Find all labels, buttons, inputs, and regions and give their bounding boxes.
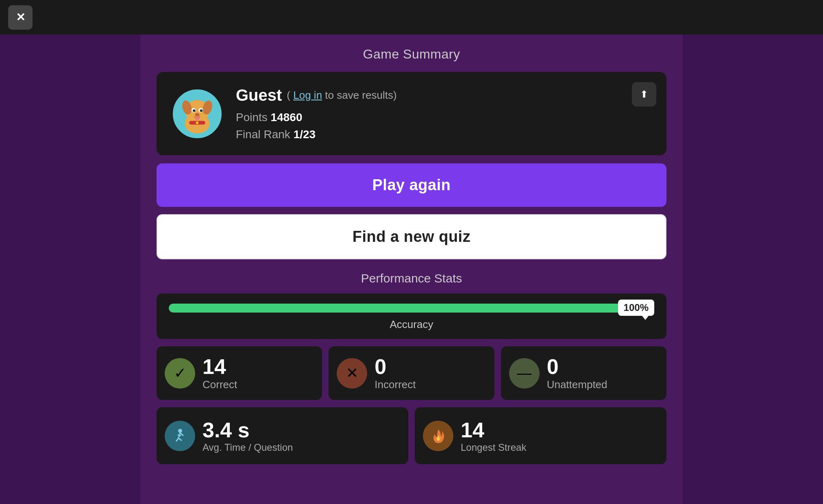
close-button[interactable]: ✕	[8, 5, 33, 30]
svg-point-13	[178, 429, 182, 433]
correct-label: Correct	[202, 378, 237, 391]
accuracy-bar-background	[169, 304, 654, 313]
svg-line-16	[179, 438, 182, 441]
share-icon: ⬆	[640, 89, 648, 100]
profile-name: Guest	[236, 86, 282, 104]
incorrect-number: 0	[374, 355, 416, 378]
time-icon	[165, 421, 195, 451]
avatar-image	[175, 91, 220, 136]
stats-row: ✓ 14 Correct ✕ 0 Incorrect — 0 Unattempt…	[157, 346, 666, 400]
profile-info: Guest ( Log in to save results) Points 1…	[236, 86, 650, 141]
side-panel-left	[0, 35, 140, 504]
avg-time-label: Avg. Time / Question	[202, 442, 293, 453]
correct-icon: ✓	[165, 358, 195, 389]
incorrect-label: Incorrect	[374, 378, 416, 391]
streak-card: 14 Longest Streak	[415, 407, 666, 464]
accuracy-bar-fill	[169, 304, 654, 313]
correct-stat-card: ✓ 14 Correct	[157, 346, 322, 400]
incorrect-stat-info: 0 Incorrect	[374, 355, 416, 391]
unattempted-icon: —	[509, 358, 540, 389]
streak-info: 14 Longest Streak	[461, 419, 526, 453]
profile-name-row: Guest ( Log in to save results)	[236, 86, 650, 104]
unattempted-stat-card: — 0 Unattempted	[501, 346, 666, 400]
top-bar: ✕	[0, 0, 823, 35]
avg-time-info: 3.4 s Avg. Time / Question	[202, 419, 293, 453]
main-content: Game Summary	[140, 35, 683, 504]
rank-value: 1/23	[294, 128, 316, 141]
bottom-stats-row: 3.4 s Avg. Time / Question 14 Longest St…	[157, 407, 666, 464]
svg-point-7	[193, 109, 196, 112]
avg-time-card: 3.4 s Avg. Time / Question	[157, 407, 408, 464]
streak-number: 14	[461, 419, 526, 442]
incorrect-icon: ✕	[337, 358, 367, 389]
svg-line-15	[176, 438, 179, 441]
correct-stat-info: 14 Correct	[202, 355, 237, 391]
close-icon: ✕	[16, 11, 25, 24]
share-button[interactable]: ⬆	[632, 82, 656, 106]
play-again-button[interactable]: Play again	[157, 163, 666, 207]
svg-line-18	[178, 435, 181, 436]
profile-rank: Final Rank 1/23	[236, 128, 650, 141]
performance-stats-title: Performance Stats	[157, 272, 666, 285]
svg-point-8	[200, 109, 203, 112]
incorrect-stat-card: ✕ 0 Incorrect	[329, 346, 494, 400]
svg-point-9	[195, 113, 200, 116]
avg-time-number: 3.4 s	[202, 419, 293, 442]
unattempted-stat-info: 0 Unattempted	[547, 355, 607, 391]
find-quiz-button[interactable]: Find a new quiz	[157, 214, 666, 259]
accuracy-tooltip: 100%	[618, 300, 654, 316]
login-prompt: ( Log in to save results)	[287, 89, 396, 102]
page-title: Game Summary	[363, 47, 460, 62]
svg-point-10	[195, 116, 200, 120]
avatar	[173, 89, 222, 138]
streak-icon	[423, 421, 453, 451]
points-value: 14860	[271, 111, 303, 124]
unattempted-label: Unattempted	[547, 378, 607, 391]
side-panel-right	[683, 35, 823, 504]
svg-point-12	[196, 121, 199, 124]
correct-number: 14	[202, 355, 237, 378]
accuracy-label: Accuracy	[169, 318, 654, 331]
profile-points: Points 14860	[236, 111, 650, 124]
unattempted-number: 0	[547, 355, 607, 378]
streak-label: Longest Streak	[461, 442, 526, 453]
accuracy-card: 100% Accuracy	[157, 293, 666, 339]
login-link[interactable]: Log in	[293, 89, 322, 101]
profile-card: Guest ( Log in to save results) Points 1…	[157, 72, 666, 155]
